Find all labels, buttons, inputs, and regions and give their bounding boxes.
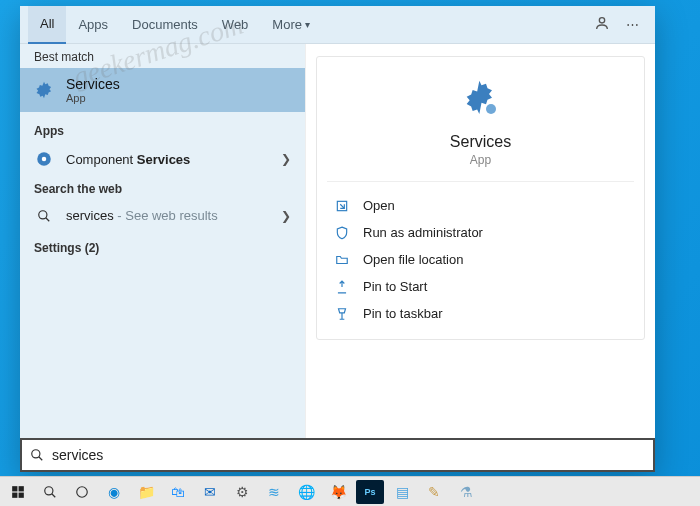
open-icon — [333, 199, 351, 213]
app-icon-3[interactable]: ✎ — [420, 480, 448, 504]
best-match-label: Best match — [20, 44, 305, 68]
chevron-right-icon: ❯ — [281, 152, 291, 166]
action-pin-start[interactable]: Pin to Start — [327, 273, 634, 300]
svg-point-3 — [42, 157, 47, 162]
best-match-title: Services — [66, 76, 120, 92]
svg-rect-13 — [12, 492, 17, 497]
svg-line-16 — [52, 493, 56, 497]
action-open-location[interactable]: Open file location — [327, 246, 634, 273]
action-location-label: Open file location — [363, 252, 463, 267]
pin-start-icon — [333, 280, 351, 294]
action-pin-taskbar[interactable]: Pin to taskbar — [327, 300, 634, 327]
folder-icon — [333, 253, 351, 267]
preview-right-panel: Services App Open — [305, 44, 655, 438]
search-tabs: All Apps Documents Web More ⋯ — [20, 6, 655, 44]
svg-rect-14 — [19, 492, 24, 497]
svg-rect-11 — [12, 486, 17, 491]
photoshop-icon[interactable]: Ps — [356, 480, 384, 504]
svg-point-9 — [32, 450, 40, 458]
web-query: services — [66, 208, 114, 223]
search-box[interactable] — [20, 438, 655, 472]
chrome-icon[interactable]: 🌐 — [292, 480, 320, 504]
action-run-admin[interactable]: Run as administrator — [327, 219, 634, 246]
chevron-right-icon: ❯ — [281, 209, 291, 223]
preview-title: Services — [450, 133, 511, 151]
search-icon — [30, 448, 44, 462]
tab-web[interactable]: Web — [210, 6, 261, 44]
cortana-icon[interactable] — [68, 480, 96, 504]
desktop: All Apps Documents Web More ⋯ Best match… — [0, 0, 700, 506]
best-match-services[interactable]: Services App — [20, 68, 305, 112]
svg-line-10 — [39, 457, 43, 461]
result-component-services[interactable]: Component Services ❯ — [20, 142, 305, 176]
feedback-icon[interactable] — [587, 15, 617, 34]
settings-results-label[interactable]: Settings (2) — [20, 235, 305, 259]
tab-apps[interactable]: Apps — [66, 6, 120, 44]
search-input[interactable] — [52, 447, 645, 463]
apps-section-label: Apps — [20, 118, 305, 142]
svg-rect-12 — [19, 486, 24, 491]
taskbar: ◉ 📁 🛍 ✉ ⚙ ≋ 🌐 🦊 Ps ▤ ✎ ⚗ — [0, 476, 700, 506]
explorer-icon[interactable]: 📁 — [132, 480, 160, 504]
tab-more[interactable]: More — [260, 6, 322, 44]
taskbar-search-icon[interactable] — [36, 480, 64, 504]
tab-all[interactable]: All — [28, 6, 66, 44]
action-open-label: Open — [363, 198, 395, 213]
component-bold: Services — [137, 152, 191, 167]
svg-point-0 — [599, 18, 604, 23]
preview-card: Services App Open — [316, 56, 645, 340]
store-icon[interactable]: 🛍 — [164, 480, 192, 504]
edge-icon[interactable]: ◉ — [100, 480, 128, 504]
results-left-panel: Best match Services App Apps Component S… — [20, 44, 305, 438]
action-pin-start-label: Pin to Start — [363, 279, 427, 294]
svg-point-15 — [45, 486, 53, 494]
search-window: All Apps Documents Web More ⋯ Best match… — [20, 6, 655, 472]
web-suffix: - See web results — [114, 208, 218, 223]
app-icon-2[interactable]: ▤ — [388, 480, 416, 504]
app-icon[interactable]: ≋ — [260, 480, 288, 504]
component-prefix: Component — [66, 152, 137, 167]
mail-icon[interactable]: ✉ — [196, 480, 224, 504]
settings-icon[interactable]: ⚙ — [228, 480, 256, 504]
search-icon — [34, 209, 54, 223]
action-admin-label: Run as administrator — [363, 225, 483, 240]
firefox-icon[interactable]: 🦊 — [324, 480, 352, 504]
action-open[interactable]: Open — [327, 192, 634, 219]
component-services-icon — [34, 150, 54, 168]
svg-point-4 — [39, 210, 47, 218]
svg-line-5 — [46, 217, 50, 221]
start-button[interactable] — [4, 480, 32, 504]
svg-point-7 — [486, 104, 496, 114]
more-options-icon[interactable]: ⋯ — [617, 17, 647, 32]
search-web-label: Search the web — [20, 176, 305, 200]
shield-icon — [333, 226, 351, 240]
app-icon-4[interactable]: ⚗ — [452, 480, 480, 504]
pin-taskbar-icon — [333, 307, 351, 321]
svg-point-17 — [77, 486, 88, 497]
preview-sub: App — [470, 153, 491, 167]
services-large-icon — [461, 79, 501, 123]
best-match-sub: App — [66, 92, 120, 104]
services-gear-icon — [34, 80, 54, 100]
result-web-services[interactable]: services - See web results ❯ — [20, 200, 305, 231]
tab-documents[interactable]: Documents — [120, 6, 210, 44]
action-pin-taskbar-label: Pin to taskbar — [363, 306, 443, 321]
